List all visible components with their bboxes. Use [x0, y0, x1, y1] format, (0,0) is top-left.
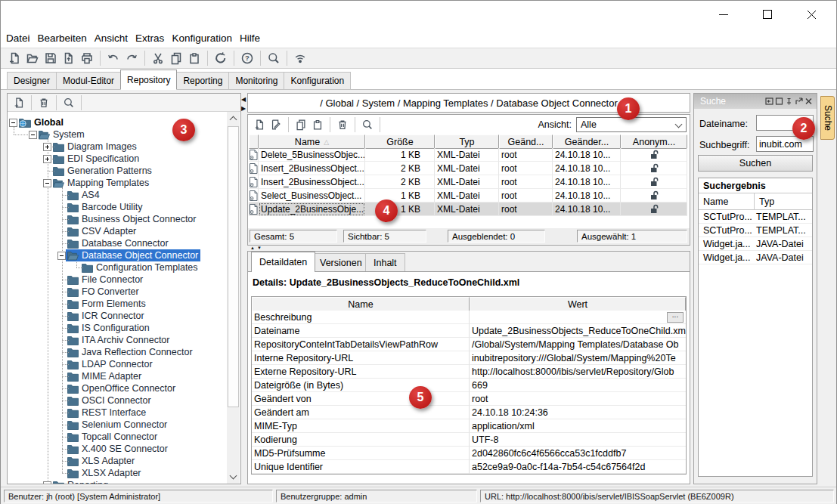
- tree-item-xls-adapter[interactable]: XLS Adapter: [8, 455, 227, 467]
- wifi-button[interactable]: [291, 50, 309, 66]
- tree-delete-button[interactable]: [36, 95, 52, 110]
- menu-datei[interactable]: Datei: [2, 32, 34, 44]
- details-row[interactable]: Dateiname Update_2BusinessObjects_Reduce…: [252, 324, 686, 338]
- tree-item-x400-se-connector[interactable]: X.400 SE Connector: [8, 443, 227, 455]
- files-paste-button[interactable]: [309, 117, 326, 132]
- files-delete-button[interactable]: [334, 117, 351, 132]
- print-button[interactable]: [78, 50, 96, 66]
- tree-item-edi-specification[interactable]: EDI Specification: [8, 153, 227, 165]
- files-search-button[interactable]: [359, 117, 376, 132]
- column-header-geaendert-am[interactable]: Geänder...: [553, 135, 621, 149]
- collapse-left-icon[interactable]: ◀: [241, 96, 246, 103]
- tab-repository[interactable]: Repository: [120, 70, 177, 90]
- tree-item-form-elements[interactable]: Form Elements: [8, 298, 227, 310]
- maximize-panel-button[interactable]: [774, 97, 784, 106]
- details-row[interactable]: MIME-Typ application/xml: [252, 419, 686, 433]
- tree-item-rest-interface[interactable]: REST Interface: [8, 407, 227, 419]
- collapse-down-icon[interactable]: ▼: [257, 246, 262, 250]
- tree-item-mapping-templates[interactable]: Mapping Templates: [8, 177, 227, 189]
- tree-item-as4[interactable]: AS4: [8, 189, 227, 201]
- details-row[interactable]: Geändert von root: [252, 392, 686, 406]
- copy-button[interactable]: [167, 50, 185, 66]
- expand-icon[interactable]: [43, 143, 51, 151]
- tree-item-barcode-utility[interactable]: Barcode Utility: [8, 201, 227, 213]
- tree-item-mime-adapter[interactable]: MIME Adapter: [8, 370, 227, 382]
- details-row[interactable]: Unique Identifier a52ce9a9-0a0c-f14a-7b5…: [252, 460, 686, 474]
- menu-extras[interactable]: Extras: [132, 32, 168, 44]
- expand-icon[interactable]: [43, 155, 51, 163]
- tree-item-generation-patterns[interactable]: Generation Patterns: [8, 165, 227, 177]
- file-row[interactable]: Insert_2BusinessObject... 2 KB XML-Datei…: [249, 162, 687, 175]
- expand-icon[interactable]: [43, 481, 51, 484]
- column-header-name[interactable]: Name: [699, 193, 755, 209]
- details-row[interactable]: Interne Repository-URL inubitrepository:…: [252, 351, 686, 365]
- dock-left-button[interactable]: [764, 97, 774, 106]
- close-button[interactable]: [794, 1, 829, 28]
- tree-item-ita-archiv-connector[interactable]: ITA Archiv Connector: [8, 334, 227, 346]
- file-row[interactable]: Select_BusinessObject... 1 KB XML-Datei …: [249, 189, 687, 203]
- column-header-name[interactable]: Name: [252, 297, 470, 311]
- column-header-typ[interactable]: Typ: [755, 193, 812, 209]
- side-tab-suche[interactable]: Suche: [820, 96, 835, 140]
- column-header-geaendert-von[interactable]: Geänd...: [499, 135, 553, 149]
- menu-konfiguration[interactable]: Konfiguration: [168, 32, 236, 44]
- details-row[interactable]: Geändert am 24.10.18 10:24:36: [252, 406, 686, 419]
- import-button[interactable]: [60, 50, 78, 66]
- tree-item-java-reflection-connector[interactable]: Java Reflection Connector: [8, 346, 227, 358]
- tree-item-topcall-connector[interactable]: Topcall Connector: [8, 431, 227, 443]
- menu-ansicht[interactable]: Ansicht: [91, 32, 132, 44]
- paste-button[interactable]: [185, 50, 203, 66]
- scroll-down-button[interactable]: [227, 471, 240, 484]
- tree-item-icr-connector[interactable]: ICR Connector: [8, 310, 227, 322]
- details-row[interactable]: RepositoryConteIntTabDetailsViewPathRow …: [252, 338, 686, 351]
- vertical-splitter[interactable]: ◀ ▶: [241, 93, 247, 484]
- tree-item-database-connector[interactable]: Database Connector: [8, 237, 227, 249]
- column-header-typ[interactable]: Typ: [435, 135, 499, 149]
- details-row[interactable]: MD5-Prüfsumme 2d042860fc6c4f6566cca53c1f…: [252, 447, 686, 460]
- suchen-button[interactable]: Suchen: [698, 155, 813, 172]
- collapse-icon[interactable]: [9, 119, 17, 127]
- tree-item-database-object-connector[interactable]: Database Object Connector: [8, 249, 227, 261]
- collapse-icon[interactable]: [29, 131, 37, 139]
- more-button[interactable]: ...: [667, 312, 684, 323]
- search-button[interactable]: [265, 50, 283, 66]
- column-header-groesse[interactable]: Größe: [365, 135, 435, 149]
- tree-item-osci-connector[interactable]: OSCI Connector: [8, 394, 227, 407]
- help-button[interactable]: ?: [238, 50, 256, 66]
- search-result-row[interactable]: Widget.ja... JAVA-Datei: [699, 251, 812, 264]
- file-row[interactable]: Delete_5BusinessObjec... 1 KB XML-Datei …: [249, 148, 687, 162]
- tab-monitoring[interactable]: Monitoring: [228, 72, 284, 90]
- tab-inhalt[interactable]: Inhalt: [365, 253, 405, 271]
- tree-item-file-connector[interactable]: File Connector: [8, 274, 227, 286]
- refresh-button[interactable]: [212, 50, 230, 66]
- menu-hilfe[interactable]: Hilfe: [236, 32, 264, 44]
- tree-item-business-object-connector[interactable]: Business Object Connector: [8, 213, 227, 225]
- column-header-anonym[interactable]: Anonym...: [621, 135, 687, 149]
- file-row-selected[interactable]: Update_2BusinessObje... 1 KB XML-Datei r…: [249, 203, 687, 216]
- tree-item-is-configuration[interactable]: IS Configuration: [8, 322, 227, 334]
- details-row[interactable]: Dateigröße (in Bytes) 669: [252, 379, 686, 392]
- tab-konfiguration[interactable]: Konfiguration: [284, 72, 351, 90]
- tree-item-openoffice-connector[interactable]: OpenOffice Connector: [8, 382, 227, 394]
- pin-button[interactable]: [784, 97, 794, 106]
- tree-item-fo-converter[interactable]: FO Converter: [8, 286, 227, 298]
- tree-item-configuration-templates[interactable]: Configuration Templates: [8, 261, 227, 274]
- tree-item-selenium-connector[interactable]: Selenium Connector: [8, 419, 227, 431]
- search-result-row[interactable]: SCTutPro... TEMPLAT...: [699, 210, 812, 224]
- details-row[interactable]: Beschreibung ...: [252, 311, 686, 324]
- files-edit-button[interactable]: [268, 117, 284, 132]
- cut-button[interactable]: [149, 50, 167, 66]
- files-copy-button[interactable]: [293, 117, 309, 132]
- collapse-right-icon[interactable]: ▶: [241, 105, 246, 112]
- redo-button[interactable]: [122, 50, 141, 66]
- scroll-up-button[interactable]: [227, 112, 240, 125]
- new-file-button[interactable]: [5, 50, 23, 66]
- tab-designer[interactable]: Designer: [7, 72, 57, 90]
- tab-modul-editor[interactable]: Modul-Editor: [56, 72, 121, 90]
- tree-scrollbar[interactable]: [227, 112, 240, 484]
- collapse-up-icon[interactable]: ▲: [250, 246, 255, 250]
- maximize-button[interactable]: [750, 1, 785, 28]
- search-result-row[interactable]: SCTutPro... TEMPLAT...: [699, 224, 812, 237]
- tree-search-button[interactable]: [60, 95, 77, 110]
- column-header-wert[interactable]: Wert: [470, 297, 686, 311]
